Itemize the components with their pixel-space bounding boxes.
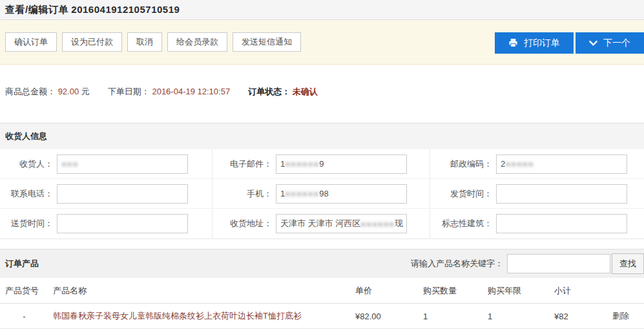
product-search-label: 请输入产品名称关键字： bbox=[411, 258, 503, 270]
recipient-section-header: 收货人信息 bbox=[0, 123, 644, 149]
printer-icon bbox=[508, 38, 518, 48]
next-order-label: 下一个 bbox=[603, 37, 630, 49]
order-status: 订单状态： 未确认 bbox=[248, 86, 318, 123]
order-total-value: 92.00 bbox=[58, 87, 79, 96]
chevron-down-icon bbox=[589, 40, 597, 47]
consignee-field: 收货人： ●●● bbox=[0, 149, 212, 179]
address-masked-value: ●●●●●● bbox=[360, 219, 395, 229]
delete-product-link[interactable]: 删除 bbox=[607, 310, 644, 322]
address-field: 收货地址： 天津市 天津市 河西区●●●●●●现 bbox=[212, 209, 430, 239]
shiptime-input[interactable] bbox=[496, 184, 627, 204]
deliverytime-input[interactable] bbox=[57, 214, 188, 233]
phone-field: 联系电话： bbox=[0, 179, 212, 209]
zipcode-label: 邮政编码： bbox=[433, 158, 492, 170]
mobile-label: 手机： bbox=[215, 188, 272, 200]
shiptime-label: 发货时间： bbox=[433, 188, 492, 200]
recipient-form: 收货人： ●●● 电子邮件： 1●●●●●●9 邮政编码： 2●●●●● 联系电… bbox=[0, 149, 644, 239]
col-header-qty: 购买数量 bbox=[417, 285, 481, 297]
next-order-button[interactable]: 下一个 bbox=[576, 32, 644, 54]
consignee-input[interactable]: ●●● bbox=[57, 154, 188, 174]
email-value-end: 9 bbox=[319, 159, 324, 169]
section-spacer bbox=[0, 239, 644, 249]
order-date-label: 下单日期： bbox=[108, 87, 150, 96]
consignee-masked-value: ●●● bbox=[61, 159, 79, 169]
col-header-sku: 产品货号 bbox=[0, 285, 48, 297]
record-member-payment-button[interactable]: 给会员录款 bbox=[167, 32, 227, 52]
product-years: 1 bbox=[481, 312, 548, 321]
deliverytime-field: 送货时间： bbox=[0, 209, 212, 239]
col-header-years: 购买年限 bbox=[481, 285, 548, 297]
landmark-input[interactable] bbox=[496, 214, 627, 233]
shiptime-field: 发货时间： bbox=[430, 179, 644, 209]
cancel-order-button[interactable]: 取消 bbox=[127, 32, 162, 52]
product-search: 请输入产品名称关键字： 查找 bbox=[411, 253, 644, 274]
zipcode-field: 邮政编码： 2●●●●● bbox=[430, 149, 644, 179]
order-action-toolbar: 确认订单 设为已付款 取消 给会员录款 发送短信通知 打印订单 下一个 bbox=[0, 20, 644, 65]
email-input[interactable]: 1●●●●●●9 bbox=[276, 154, 407, 174]
order-total-unit: 元 bbox=[81, 87, 90, 96]
deliverytime-label: 送货时间： bbox=[3, 218, 53, 229]
set-paid-button[interactable]: 设为已付款 bbox=[62, 32, 122, 52]
print-order-label: 打印订单 bbox=[524, 37, 560, 49]
products-table-header: 产品货号 产品名称 单价 购买数量 购买年限 小计 bbox=[0, 278, 644, 304]
zipcode-masked-value: ●●●●● bbox=[505, 159, 534, 169]
phone-label: 联系电话： bbox=[3, 188, 53, 200]
consignee-label: 收货人： bbox=[3, 158, 53, 170]
col-header-subtotal: 小计 bbox=[548, 285, 607, 297]
product-price: ¥82.00 bbox=[349, 312, 417, 321]
order-status-badge: 未确认 bbox=[293, 87, 318, 96]
phone-input[interactable] bbox=[57, 184, 188, 204]
product-name-link[interactable]: 韩国春秋亲子装母女儿童韩版纯棉条纹衫上衣荷叶边长袖T恤打底衫 bbox=[48, 310, 349, 322]
mobile-field: 手机： 1●●●●●●98 bbox=[212, 179, 430, 209]
product-qty: 1 bbox=[417, 312, 481, 321]
toolbar-right-buttons: 打印订单 下一个 bbox=[495, 32, 644, 54]
address-label: 收货地址： bbox=[215, 218, 272, 229]
mobile-masked-value: ●●●●●● bbox=[285, 189, 319, 198]
order-status-label: 订单状态： bbox=[248, 87, 290, 96]
page-header: 查看/编辑订单 2016041912105710519 bbox=[0, 0, 644, 20]
address-value-start: 天津市 天津市 河西区 bbox=[280, 218, 360, 229]
product-table-row: - 韩国春秋亲子装母女儿童韩版纯棉条纹衫上衣荷叶边长袖T恤打底衫 ¥82.00 … bbox=[0, 304, 644, 329]
product-sku: - bbox=[0, 312, 48, 321]
product-search-input[interactable] bbox=[507, 254, 610, 273]
products-section-header: 订单产品 请输入产品名称关键字： 查找 bbox=[0, 249, 644, 278]
page-title: 查看/编辑订单 2016041912105710519 bbox=[5, 4, 180, 16]
mobile-input[interactable]: 1●●●●●●98 bbox=[276, 184, 407, 204]
send-sms-button[interactable]: 发送短信通知 bbox=[233, 32, 301, 52]
print-order-button[interactable]: 打印订单 bbox=[495, 32, 574, 54]
landmark-label: 标志性建筑： bbox=[433, 218, 492, 229]
address-input[interactable]: 天津市 天津市 河西区●●●●●●现 bbox=[276, 214, 407, 233]
product-search-button[interactable]: 查找 bbox=[612, 253, 644, 274]
mobile-value-end: 98 bbox=[319, 189, 328, 198]
col-header-name: 产品名称 bbox=[48, 285, 349, 297]
confirm-order-button[interactable]: 确认订单 bbox=[5, 32, 57, 52]
product-subtotal: ¥82 bbox=[548, 312, 607, 321]
products-section-title: 订单产品 bbox=[5, 258, 39, 270]
zipcode-input[interactable]: 2●●●●● bbox=[496, 154, 627, 174]
address-value-end: 现 bbox=[395, 218, 403, 229]
order-edit-page: 查看/编辑订单 2016041912105710519 确认订单 设为已付款 取… bbox=[0, 0, 644, 329]
order-total-label: 商品总金额： bbox=[5, 87, 56, 96]
recipient-section-title: 收货人信息 bbox=[5, 131, 47, 142]
email-field: 电子邮件： 1●●●●●●9 bbox=[212, 149, 430, 179]
landmark-field: 标志性建筑： bbox=[430, 209, 644, 239]
order-date-value: 2016-04-19 12:10:57 bbox=[152, 87, 230, 96]
email-masked-value: ●●●●●● bbox=[285, 159, 319, 169]
email-label: 电子邮件： bbox=[215, 158, 272, 170]
order-total: 商品总金额： 92.00 元 bbox=[5, 86, 90, 123]
col-header-price: 单价 bbox=[349, 285, 417, 297]
order-summary: 商品总金额： 92.00 元 下单日期： 2016-04-19 12:10:57… bbox=[0, 65, 644, 123]
order-date: 下单日期： 2016-04-19 12:10:57 bbox=[108, 86, 230, 123]
